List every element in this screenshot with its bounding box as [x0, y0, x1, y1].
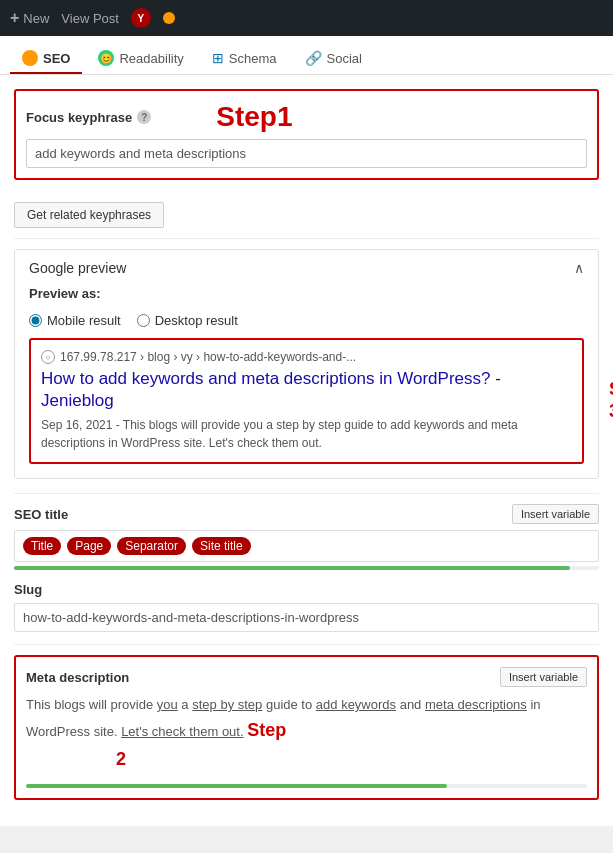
focus-keyphrase-section: Focus keyphrase ? Step1	[14, 89, 599, 180]
divider-3	[14, 644, 599, 645]
meta-text-lets: Let's check them out.	[121, 724, 243, 739]
focus-keyphrase-label: Focus keyphrase ? Step1	[26, 101, 587, 133]
preview-url: ○ 167.99.78.217 › blog › vy › how-to-add…	[41, 350, 572, 364]
url-icon: ○	[41, 350, 55, 364]
preview-radio-group: Mobile result Desktop result	[15, 309, 598, 338]
meta-progress-bar	[26, 784, 447, 788]
slug-header: Slug	[14, 582, 599, 597]
chevron-up-icon: ∧	[574, 260, 584, 276]
get-keyphrases-button[interactable]: Get related keyphrases	[14, 202, 164, 228]
tab-readability[interactable]: 😊 Readability	[86, 44, 195, 74]
seo-title-tags[interactable]: Title Page Separator Site title	[14, 530, 599, 562]
mobile-radio-option[interactable]: Mobile result	[29, 313, 121, 328]
tab-social[interactable]: 🔗 Social	[293, 44, 374, 74]
main-panel: SEO 😊 Readability ⊞ Schema 🔗 Social Focu…	[0, 36, 613, 826]
seo-title-progress-container	[14, 566, 599, 570]
google-preview-box: ○ 167.99.78.217 › blog › vy › how-to-add…	[29, 338, 584, 464]
step1-label: Step1	[216, 101, 292, 133]
meta-insert-variable-button[interactable]: Insert variable	[500, 667, 587, 687]
view-post-label: View Post	[61, 11, 119, 26]
meta-text-1: This blogs will provide	[26, 697, 157, 712]
meta-description-label: Meta description	[26, 670, 129, 685]
meta-text-2: a	[178, 697, 192, 712]
content-area: Focus keyphrase ? Step1 Get related keyp…	[0, 75, 613, 826]
mobile-radio[interactable]	[29, 314, 42, 327]
desktop-radio-option[interactable]: Desktop result	[137, 313, 238, 328]
slug-input[interactable]	[14, 603, 599, 632]
divider-1	[14, 238, 599, 239]
google-preview-header[interactable]: Google preview ∧	[15, 250, 598, 286]
tag-site-title[interactable]: Site title	[192, 537, 251, 555]
tab-seo[interactable]: SEO	[10, 44, 82, 74]
seo-title-label: SEO title	[14, 507, 68, 522]
slug-label: Slug	[14, 582, 42, 597]
seo-title-section: SEO title Insert variable Title Page Sep…	[14, 504, 599, 570]
social-tab-icon: 🔗	[305, 50, 322, 66]
meta-description-header: Meta description Insert variable	[26, 667, 587, 687]
seo-title-header: SEO title Insert variable	[14, 504, 599, 524]
google-preview-wrapper: ○ 167.99.78.217 › blog › vy › how-to-add…	[15, 338, 598, 464]
tab-social-label: Social	[327, 51, 362, 66]
meta-description-text: This blogs will provide you a step by st…	[26, 695, 587, 773]
meta-text-you: you	[157, 697, 178, 712]
readability-tab-icon: 😊	[98, 50, 114, 66]
tab-schema[interactable]: ⊞ Schema	[200, 44, 289, 74]
yoast-icon[interactable]: Y	[131, 8, 151, 28]
desktop-radio[interactable]	[137, 314, 150, 327]
meta-description-section: Meta description Insert variable This bl…	[14, 655, 599, 799]
tag-page[interactable]: Page	[67, 537, 111, 555]
divider-2	[14, 493, 599, 494]
meta-text-meta: meta descriptions	[425, 697, 527, 712]
google-preview-section: Google preview ∧ Preview as: Mobile resu…	[14, 249, 599, 479]
preview-title-link[interactable]: How to add keywords and meta description…	[41, 368, 572, 412]
new-label: New	[23, 11, 49, 26]
schema-tab-icon: ⊞	[212, 50, 224, 66]
meta-progress-container	[26, 784, 587, 788]
meta-text-step: step by step	[192, 697, 262, 712]
tab-schema-label: Schema	[229, 51, 277, 66]
step3-label: Step3	[609, 380, 613, 423]
meta-text-4: and	[396, 697, 425, 712]
orange-dot	[163, 12, 175, 24]
help-icon[interactable]: ?	[137, 110, 151, 124]
plus-icon: +	[10, 9, 19, 27]
meta-text-3: guide to	[262, 697, 316, 712]
view-post-button[interactable]: View Post	[61, 11, 119, 26]
keyphrase-input[interactable]	[26, 139, 587, 168]
seo-title-insert-variable-button[interactable]: Insert variable	[512, 504, 599, 524]
tab-seo-label: SEO	[43, 51, 70, 66]
tag-title[interactable]: Title	[23, 537, 61, 555]
seo-title-progress-bar	[14, 566, 570, 570]
meta-text-add: add keywords	[316, 697, 396, 712]
seo-tab-icon	[22, 50, 38, 66]
preview-as-label: Preview as:	[15, 286, 598, 309]
toolbar: + New View Post Y	[0, 0, 613, 36]
tab-readability-label: Readability	[119, 51, 183, 66]
slug-section: Slug	[14, 582, 599, 632]
new-button[interactable]: + New	[10, 9, 49, 27]
tag-separator[interactable]: Separator	[117, 537, 186, 555]
tab-bar: SEO 😊 Readability ⊞ Schema 🔗 Social	[0, 36, 613, 75]
google-preview-title: Google preview	[29, 260, 126, 276]
preview-description: Sep 16, 2021 - This blogs will provide y…	[41, 416, 572, 452]
